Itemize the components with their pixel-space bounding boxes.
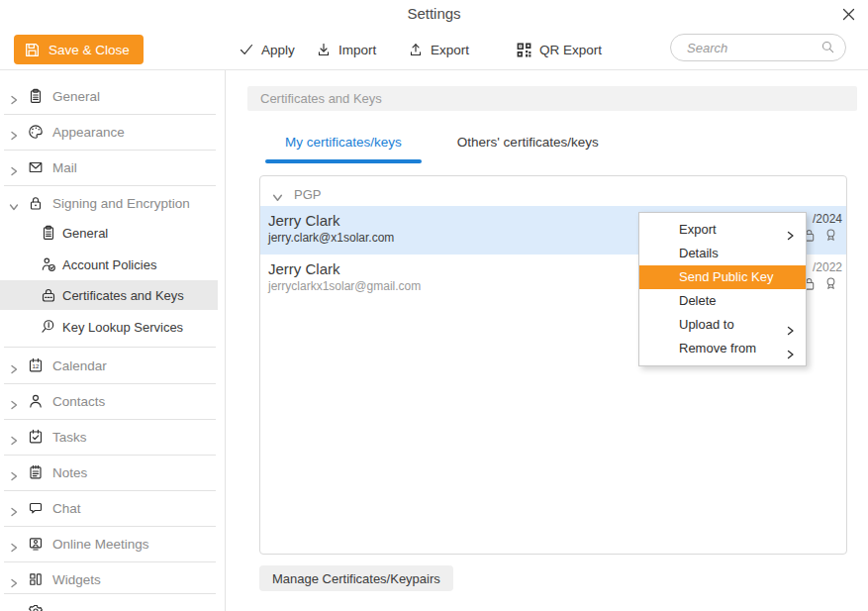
sidebar-item-signing-and-encryption[interactable]: Signing and Encryption [0, 189, 225, 217]
sidebar-item-online-meetings[interactable]: Online Meetings [0, 530, 225, 558]
clipboard-icon [28, 88, 44, 104]
chevron-right-icon [9, 364, 19, 374]
submenu-arrow-icon [786, 326, 795, 336]
menu-item-export[interactable]: Export [639, 218, 806, 242]
sidebar-item-chat[interactable]: Chat [0, 494, 225, 522]
menu-item-label: Remove from [679, 341, 756, 356]
menu-item-label: Upload to [679, 317, 734, 332]
qr-export-label: QR Export [539, 43, 602, 57]
sidebar-item-label: Contacts [52, 394, 105, 409]
chevron-right-icon [9, 166, 19, 176]
menu-item-remove-from[interactable]: Remove from [639, 337, 806, 360]
sidebar-item-divider [4, 561, 216, 562]
sidebar-item-label: Key Lookup Services [62, 320, 183, 335]
chevron-right-icon [9, 400, 19, 410]
tab-others-certificates[interactable]: Others' certificates/keys [437, 135, 619, 163]
arrow-down-tray-icon [316, 42, 332, 57]
sidebar-item-account-policies[interactable]: Account Policies [0, 251, 225, 278]
sidebar-item-divider [4, 490, 216, 491]
tab-my-certificates[interactable]: My certificates/keys [265, 135, 422, 163]
chevron-right-icon [9, 507, 19, 517]
sidebar-item-partial[interactable] [0, 597, 225, 611]
notepad-icon [28, 464, 44, 480]
menu-item-send-public-key[interactable]: Send Public Key [639, 265, 806, 289]
submenu-arrow-icon [786, 350, 795, 359]
sidebar-item-label: Account Policies [62, 257, 156, 272]
clipboard-icon [41, 225, 56, 241]
person-check-icon [41, 256, 56, 272]
sidebar-item-label: Mail [52, 160, 77, 175]
sidebar-item-appearance[interactable]: Appearance [0, 118, 225, 146]
sidebar-item-calendar[interactable]: 12 Calendar [0, 352, 225, 379]
calendar-icon: 12 [28, 357, 44, 373]
sidebar-item-general[interactable]: General [0, 82, 225, 110]
import-button[interactable]: Import [316, 40, 376, 59]
certificate-email: jerryclarkx1solar@gmail.com [268, 279, 421, 293]
chevron-down-icon [272, 192, 283, 203]
import-label: Import [338, 43, 376, 57]
group-label-pgp: PGP [294, 187, 321, 202]
floppy-disk-icon [24, 42, 41, 58]
sidebar-item-divider [4, 114, 216, 115]
sidebar-item-divider [4, 593, 216, 594]
sidebar-item-key-lookup-services[interactable]: Key Lookup Services [0, 313, 225, 341]
sidebar-item-contacts[interactable]: Contacts [0, 387, 225, 415]
close-button[interactable] [838, 4, 858, 24]
sidebar-item-notes[interactable]: Notes [0, 458, 225, 486]
sidebar-item-widgets[interactable]: Widgets [0, 565, 225, 593]
save-and-close-button[interactable]: Save & Close [14, 35, 144, 64]
chevron-down-icon [9, 202, 19, 212]
certificate-lock-icon [41, 287, 56, 303]
sidebar-item-label: Tasks [52, 430, 87, 445]
apply-label: Apply [261, 43, 295, 57]
sidebar-item-label: Certificates and Keys [62, 288, 184, 303]
qr-export-button[interactable]: QR Export [516, 40, 602, 59]
sidebar-item-label: Calendar [52, 358, 107, 373]
sidebar-item-divider [4, 150, 216, 151]
sidebar-item-divider [4, 455, 216, 456]
close-icon [842, 8, 855, 21]
save-and-close-label: Save & Close [48, 43, 130, 57]
toolbar-divider [0, 69, 868, 70]
context-menu: Export Details Send Public Key Delete Up… [638, 212, 807, 366]
sidebar-item-label: General [52, 89, 100, 104]
manage-certificates-button[interactable]: Manage Certificates/Keypairs [259, 565, 453, 591]
certificate-email: jerry.clark@x1solar.com [268, 231, 394, 245]
submenu-arrow-icon [786, 231, 795, 241]
chat-bubble-icon [28, 500, 44, 516]
gear-icon [28, 603, 44, 611]
menu-item-delete[interactable]: Delete [639, 289, 806, 313]
menu-item-upload-to[interactable]: Upload to [639, 313, 806, 337]
chevron-right-icon [9, 436, 19, 446]
group-collapse-chevron[interactable] [272, 189, 283, 207]
svg-text:12: 12 [33, 362, 40, 369]
certificate-valid-until: /2022 [813, 260, 842, 274]
menu-item-label: Delete [679, 293, 717, 308]
padlock-icon [28, 195, 44, 211]
sidebar-item-divider [4, 383, 216, 384]
apply-button[interactable]: Apply [239, 40, 295, 59]
sidebar-item-divider [4, 419, 216, 420]
sidebar-item-mail[interactable]: Mail [0, 153, 225, 181]
sidebar-item-label: Appearance [52, 125, 125, 140]
search-icon [820, 40, 835, 54]
sidebar-item-certificates-and-keys[interactable]: Certificates and Keys [0, 281, 225, 309]
page-title: Settings [0, 5, 868, 22]
envelope-icon [28, 159, 44, 175]
menu-item-details[interactable]: Details [639, 242, 806, 265]
sidebar-item-tasks[interactable]: Tasks [0, 423, 225, 451]
export-button[interactable]: Export [408, 40, 469, 59]
sidebar-item-label: Widgets [52, 572, 101, 587]
task-check-icon [28, 429, 44, 445]
sidebar-item-divider [4, 526, 216, 527]
section-header-bar: Certificates and Keys [247, 86, 857, 111]
sidebar-item-signing-general[interactable]: General [0, 219, 225, 247]
sidebar-item-divider [4, 185, 216, 186]
widgets-icon [28, 571, 44, 587]
arrow-up-tray-icon [408, 42, 424, 57]
ribbon-award-icon [823, 276, 838, 291]
certificate-name: Jerry Clark [268, 212, 340, 229]
search-box [670, 34, 846, 61]
chevron-right-icon [9, 543, 19, 553]
certificate-name: Jerry Clark [268, 260, 340, 277]
